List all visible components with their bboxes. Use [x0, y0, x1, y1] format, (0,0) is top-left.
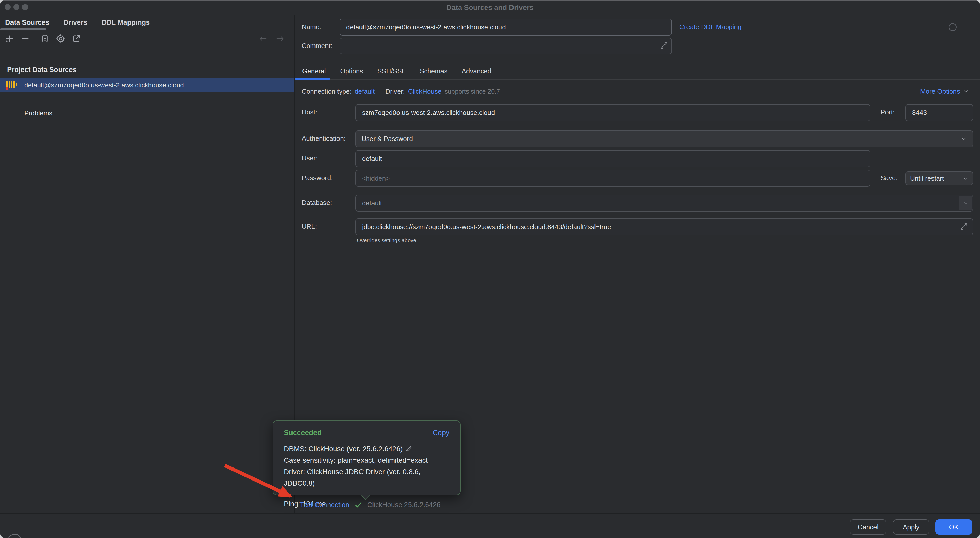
- test-connection-row: Test Connection ClickHouse 25.6.2.6426: [300, 498, 441, 511]
- clickhouse-icon: [6, 81, 18, 90]
- save-select[interactable]: Until restart: [905, 172, 973, 185]
- chevron-down-icon: [963, 88, 969, 95]
- data-sources-and-drivers-dialog: Data Sources and Drivers Data Sources Dr…: [0, 0, 980, 538]
- help-question-mark: ?: [13, 536, 17, 538]
- name-input[interactable]: [339, 19, 672, 35]
- host-input[interactable]: [355, 104, 870, 121]
- back-icon[interactable]: [258, 34, 268, 43]
- more-options-label: More Options: [920, 88, 960, 96]
- tab-general[interactable]: General: [302, 67, 326, 75]
- footer-divider: [0, 513, 980, 514]
- save-value: Until restart: [910, 175, 944, 182]
- tab-advanced[interactable]: Advanced: [461, 67, 491, 75]
- tab-drivers[interactable]: Drivers: [64, 15, 88, 30]
- tab-data-sources-label: Data Sources: [5, 19, 49, 27]
- form-tab-strip: General Options SSH/SSL Schemas Advanced: [294, 63, 980, 80]
- tab-schemas[interactable]: Schemas: [420, 67, 447, 75]
- driver-line: Driver: ClickHouse JDBC Driver (ver. 0.8…: [284, 466, 449, 489]
- create-ddl-mapping-link[interactable]: Create DDL Mapping: [679, 23, 741, 31]
- url-label: URL:: [302, 223, 317, 231]
- active-tab-underline: [0, 29, 46, 30]
- open-in-new-icon[interactable]: [72, 34, 81, 43]
- name-status-ring-icon: [948, 23, 957, 31]
- password-input[interactable]: [355, 170, 870, 187]
- tab-ddl-mappings-label: DDL Mappings: [102, 19, 150, 27]
- dbms-line: DBMS: ClickHouse (ver. 25.6.2.6426): [284, 443, 402, 454]
- help-icon[interactable]: ?: [8, 534, 22, 538]
- database-input[interactable]: [355, 195, 973, 212]
- problems-node[interactable]: Problems: [24, 109, 52, 117]
- tab-ddl-mappings[interactable]: DDL Mappings: [102, 15, 150, 30]
- copy-link[interactable]: Copy: [433, 429, 449, 437]
- authentication-label: Authentication:: [302, 135, 346, 143]
- data-source-list-item-selected[interactable]: default@szm7oqed0o.us-west-2.aws.clickho…: [0, 78, 294, 92]
- connection-type-value[interactable]: default: [355, 88, 374, 96]
- tree-divider: [5, 102, 289, 102]
- comment-input[interactable]: [339, 38, 672, 54]
- project-data-sources-heading: Project Data Sources: [7, 66, 76, 74]
- user-label: User:: [302, 154, 318, 162]
- test-result-text: ClickHouse 25.6.2.6426: [368, 501, 441, 509]
- port-input[interactable]: [905, 104, 973, 121]
- tab-ssh-ssl[interactable]: SSH/SSL: [377, 67, 406, 75]
- active-form-tab-underline: [294, 78, 330, 80]
- test-connection-link[interactable]: Test Connection: [300, 501, 350, 509]
- chevron-down-icon: [960, 136, 967, 142]
- driver-value[interactable]: ClickHouse: [408, 88, 442, 96]
- database-dropdown-button[interactable]: [959, 196, 972, 210]
- comment-label: Comment:: [302, 42, 332, 50]
- port-label: Port:: [881, 108, 895, 116]
- database-label: Database:: [302, 199, 332, 207]
- test-connection-result-popup: Succeeded Copy DBMS: ClickHouse (ver. 25…: [273, 420, 461, 495]
- name-label: Name:: [302, 23, 321, 31]
- save-label: Save:: [881, 174, 898, 182]
- add-icon[interactable]: [5, 34, 14, 43]
- more-options-button[interactable]: More Options: [920, 86, 969, 97]
- tab-data-sources[interactable]: Data Sources: [5, 15, 49, 30]
- remove-icon[interactable]: [21, 34, 30, 43]
- edit-pencil-icon[interactable]: [405, 445, 413, 453]
- ok-button[interactable]: OK: [935, 519, 972, 535]
- left-tab-strip: Data Sources Drivers DDL Mappings: [0, 15, 294, 30]
- user-input[interactable]: [355, 150, 870, 167]
- status-succeeded: Succeeded: [284, 429, 321, 437]
- settings-gear-icon[interactable]: [56, 34, 65, 43]
- cancel-button[interactable]: Cancel: [850, 519, 886, 535]
- comment-expand-icon[interactable]: [659, 40, 669, 51]
- tab-drivers-label: Drivers: [64, 19, 88, 27]
- forward-icon[interactable]: [275, 34, 285, 43]
- password-label: Password:: [302, 174, 332, 182]
- url-input[interactable]: [355, 218, 973, 235]
- duplicate-icon[interactable]: [40, 34, 49, 43]
- history-nav: [258, 34, 285, 43]
- check-icon: [354, 500, 363, 509]
- authentication-value: User & Password: [361, 135, 413, 143]
- chevron-down-icon: [963, 175, 969, 181]
- host-label: Host:: [302, 108, 317, 116]
- authentication-select[interactable]: User & Password: [355, 130, 973, 147]
- left-panel: Data Sources Drivers DDL Mappings: [0, 15, 294, 513]
- connection-type-label: Connection type:: [302, 88, 352, 96]
- chevron-down-icon: [963, 200, 969, 206]
- apply-button[interactable]: Apply: [893, 519, 929, 535]
- left-toolbar: [5, 32, 290, 46]
- url-note: Overrides settings above: [357, 237, 416, 244]
- driver-note: supports since 20.7: [444, 88, 500, 95]
- url-expand-icon[interactable]: [959, 221, 969, 231]
- connection-type-row: Connection type: default Driver: ClickHo…: [302, 86, 500, 97]
- case-sensitivity-line: Case sensitivity: plain=exact, delimited…: [284, 454, 449, 466]
- data-source-name: default@szm7oqed0o.us-west-2.aws.clickho…: [24, 81, 184, 89]
- driver-label: Driver:: [385, 88, 405, 96]
- tab-options[interactable]: Options: [340, 67, 363, 75]
